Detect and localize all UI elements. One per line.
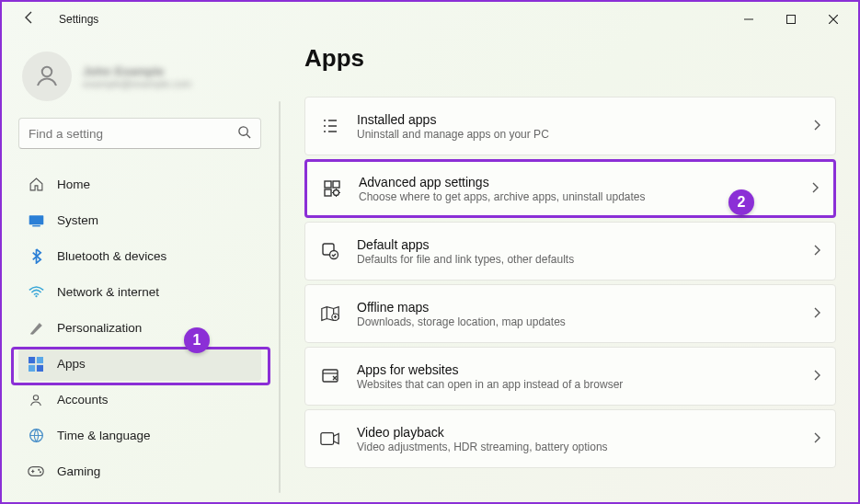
chevron-right-icon <box>813 119 820 133</box>
gaming-icon <box>28 464 44 480</box>
card-default-apps[interactable]: Default apps Defaults for file and link … <box>304 222 836 281</box>
sidebar-item-label: Network & internet <box>57 285 159 299</box>
sidebar-item-bluetooth[interactable]: Bluetooth & devices <box>18 239 261 273</box>
apps-websites-icon <box>320 366 340 386</box>
sidebar-item-home[interactable]: Home <box>18 167 261 201</box>
search-box[interactable] <box>18 118 261 149</box>
network-icon <box>28 284 44 301</box>
svg-rect-1 <box>787 16 796 24</box>
chevron-right-icon <box>813 369 820 384</box>
scrollbar[interactable] <box>279 101 281 493</box>
account-email: example@example.com <box>83 78 191 89</box>
default-apps-icon <box>320 241 340 261</box>
card-desc: Websites that can open in an app instead… <box>357 378 797 391</box>
card-advanced-app-settings[interactable]: Advanced app settings Choose where to ge… <box>304 159 836 218</box>
home-icon <box>28 177 44 193</box>
card-title: Installed apps <box>357 112 797 127</box>
sidebar-item-network[interactable]: Network & internet <box>18 275 261 309</box>
system-icon <box>28 212 44 229</box>
account-block[interactable]: John Example example@example.com <box>18 46 261 118</box>
card-title: Offline maps <box>357 300 797 315</box>
card-desc: Uninstall and manage apps on your PC <box>357 128 797 141</box>
sidebar-item-label: Bluetooth & devices <box>57 249 166 263</box>
svg-rect-6 <box>32 224 40 225</box>
sidebar-item-label: Accounts <box>57 393 109 407</box>
card-installed-apps[interactable]: Installed apps Uninstall and manage apps… <box>304 97 836 155</box>
personalization-icon <box>28 320 44 337</box>
svg-rect-9 <box>37 357 43 363</box>
offline-maps-icon <box>320 304 340 324</box>
card-offline-maps[interactable]: Offline maps Downloads, storage location… <box>304 284 836 343</box>
sidebar-item-gaming[interactable]: Gaming <box>18 454 261 488</box>
card-apps-for-websites[interactable]: Apps for websites Websites that can open… <box>304 347 836 406</box>
card-title: Default apps <box>357 237 797 252</box>
bluetooth-icon <box>28 248 44 265</box>
sidebar-item-apps[interactable]: Apps <box>18 347 261 381</box>
svg-point-7 <box>35 295 37 297</box>
card-title: Advanced app settings <box>359 175 795 189</box>
card-desc: Defaults for file and link types, other … <box>357 253 797 266</box>
card-video-playback[interactable]: Video playback Video adjustments, HDR st… <box>304 409 836 468</box>
sidebar-item-accounts[interactable]: Accounts <box>18 383 261 417</box>
sidebar: John Example example@example.com Home Sy… <box>2 37 278 502</box>
sidebar-item-label: System <box>57 213 98 227</box>
svg-rect-19 <box>325 189 331 196</box>
apps-icon <box>28 356 44 372</box>
svg-point-22 <box>330 251 338 259</box>
card-title: Apps for websites <box>357 362 797 377</box>
svg-point-2 <box>42 67 52 77</box>
chevron-right-icon <box>813 244 820 258</box>
svg-rect-17 <box>325 181 331 188</box>
svg-point-16 <box>40 471 41 473</box>
svg-rect-11 <box>37 364 43 371</box>
sidebar-item-label: Personalization <box>57 321 142 335</box>
main-panel: Apps Installed apps Uninstall and manage… <box>278 37 858 502</box>
svg-rect-5 <box>29 215 43 224</box>
search-input[interactable] <box>29 127 229 141</box>
svg-point-12 <box>33 395 38 399</box>
time-language-icon <box>28 428 44 444</box>
video-playback-icon <box>320 429 340 449</box>
nav-list: Home System Bluetooth & devices Network … <box>18 167 261 488</box>
svg-point-15 <box>38 469 40 471</box>
svg-point-3 <box>239 127 247 135</box>
advanced-app-icon <box>322 178 342 199</box>
minimize-button[interactable] <box>728 5 770 34</box>
avatar <box>22 52 72 101</box>
svg-rect-18 <box>333 181 339 188</box>
maximize-button[interactable] <box>770 5 812 34</box>
sidebar-item-time-language[interactable]: Time & language <box>18 418 261 452</box>
back-button[interactable] <box>15 10 44 29</box>
svg-rect-14 <box>29 467 43 476</box>
settings-list: Installed apps Uninstall and manage apps… <box>304 97 836 468</box>
card-title: Video playback <box>357 425 797 440</box>
card-desc: Video adjustments, HDR streaming, batter… <box>357 441 797 453</box>
installed-apps-icon <box>320 116 340 136</box>
accounts-icon <box>28 392 44 408</box>
chevron-right-icon <box>813 431 820 446</box>
svg-rect-24 <box>323 370 338 382</box>
account-name: John Example <box>83 64 191 78</box>
sidebar-item-personalization[interactable]: Personalization <box>18 311 261 345</box>
card-desc: Choose where to get apps, archive apps, … <box>359 190 795 203</box>
chevron-right-icon <box>813 306 820 321</box>
svg-point-20 <box>334 190 339 196</box>
sidebar-item-label: Home <box>57 178 90 191</box>
card-desc: Downloads, storage location, map updates <box>357 315 797 328</box>
sidebar-item-label: Time & language <box>57 429 151 442</box>
sidebar-item-system[interactable]: System <box>18 203 261 237</box>
close-button[interactable] <box>812 5 854 34</box>
titlebar: Settings <box>2 2 858 37</box>
chevron-right-icon <box>811 181 819 196</box>
search-icon <box>237 125 251 142</box>
svg-rect-25 <box>321 433 334 445</box>
svg-rect-8 <box>29 357 35 363</box>
window-title: Settings <box>59 13 98 26</box>
sidebar-item-label: Gaming <box>57 464 100 478</box>
sidebar-item-label: Apps <box>57 357 86 371</box>
svg-rect-10 <box>29 364 35 371</box>
page-title: Apps <box>304 44 836 73</box>
svg-line-4 <box>247 134 250 138</box>
